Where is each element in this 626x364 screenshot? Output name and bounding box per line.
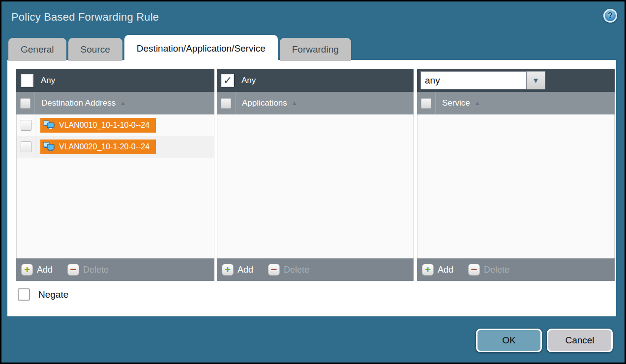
address-object-chip[interactable]: VLAN0020_10-1-20-0--24 bbox=[40, 140, 156, 154]
network-address-icon bbox=[43, 142, 55, 152]
tab-forwarding[interactable]: Forwarding bbox=[280, 38, 351, 61]
network-address-icon bbox=[43, 120, 55, 130]
negate-checkbox[interactable] bbox=[18, 288, 30, 301]
destination-header-label: Destination Address bbox=[41, 98, 116, 108]
negate-row: Negate bbox=[18, 288, 68, 301]
help-glyph: ? bbox=[608, 11, 613, 20]
applications-delete-button[interactable]: − Delete bbox=[268, 264, 309, 276]
destination-any-label: Any bbox=[41, 76, 55, 85]
sort-asc-icon: ▲ bbox=[475, 100, 480, 106]
delete-icon: − bbox=[468, 264, 480, 276]
destination-column-header: Destination Address ▲ bbox=[16, 92, 214, 114]
delete-button-label: Delete bbox=[83, 265, 109, 275]
service-select-all-checkbox[interactable] bbox=[421, 98, 431, 109]
address-object-name: VLAN0020_10-1-20-0--24 bbox=[59, 142, 149, 151]
applications-any-bar: ✓ Any bbox=[217, 69, 414, 92]
tab-bar: General Source Destination/Application/S… bbox=[8, 35, 351, 61]
add-icon: + bbox=[21, 264, 33, 276]
list-item[interactable]: VLAN0020_10-1-20-0--24 bbox=[17, 136, 214, 158]
row-checkbox[interactable] bbox=[21, 141, 31, 152]
service-dropdown-value[interactable]: any bbox=[420, 71, 527, 89]
add-button-label: Add bbox=[438, 265, 453, 275]
chevron-down-icon: ▼ bbox=[532, 77, 539, 84]
applications-select-all-checkbox[interactable] bbox=[221, 98, 231, 109]
service-header-sort[interactable]: Service ▲ bbox=[442, 98, 480, 108]
destination-address-column: ✓ Any Destination Address ▲ bbox=[16, 69, 214, 281]
destination-any-bar: ✓ Any bbox=[16, 69, 214, 92]
service-dropdown-button[interactable]: ▼ bbox=[527, 71, 545, 89]
destination-delete-button[interactable]: − Delete bbox=[67, 264, 109, 276]
policy-based-forwarding-dialog: Policy Based Forwarding Rule ? General S… bbox=[0, 0, 626, 364]
destination-address-list: VLAN0010_10-1-10-0--24 VLAN bbox=[16, 114, 214, 258]
help-icon[interactable]: ? bbox=[603, 9, 617, 23]
destination-any-checkbox[interactable]: ✓ bbox=[21, 74, 33, 87]
delete-button-label: Delete bbox=[284, 265, 309, 275]
address-object-name: VLAN0010_10-1-10-0--24 bbox=[59, 121, 149, 130]
sort-asc-icon: ▲ bbox=[292, 100, 298, 106]
header-checkbox-cell bbox=[217, 92, 236, 114]
row-checkbox-cell bbox=[17, 136, 35, 158]
header-checkbox-cell bbox=[417, 92, 436, 114]
service-column: any ▼ Service ▲ + Add bbox=[417, 69, 615, 281]
delete-icon: − bbox=[67, 264, 79, 276]
check-icon: ✓ bbox=[223, 75, 232, 86]
service-dropdown-bar: any ▼ bbox=[417, 69, 615, 92]
applications-add-button[interactable]: + Add bbox=[222, 264, 253, 276]
applications-column: ✓ Any Applications ▲ + Add bbox=[217, 69, 414, 281]
destination-header-sort[interactable]: Destination Address ▲ bbox=[41, 98, 126, 108]
service-dropdown: any ▼ bbox=[420, 71, 545, 89]
destination-add-button[interactable]: + Add bbox=[21, 264, 53, 276]
delete-button-label: Delete bbox=[484, 265, 509, 275]
service-toolbar: + Add − Delete bbox=[417, 258, 615, 281]
applications-column-header: Applications ▲ bbox=[217, 92, 414, 114]
applications-header-label: Applications bbox=[242, 98, 287, 108]
service-delete-button[interactable]: − Delete bbox=[468, 264, 509, 276]
destination-select-all-checkbox[interactable] bbox=[20, 98, 30, 109]
ok-button[interactable]: OK bbox=[476, 329, 542, 352]
row-checkbox-cell bbox=[17, 114, 35, 136]
service-list bbox=[417, 114, 615, 258]
tab-content-panel: ✓ Any Destination Address ▲ bbox=[7, 60, 616, 316]
row-checkbox[interactable] bbox=[21, 120, 31, 131]
service-add-button[interactable]: + Add bbox=[422, 264, 453, 276]
header-checkbox-cell bbox=[16, 92, 35, 114]
add-button-label: Add bbox=[37, 265, 53, 275]
list-item[interactable]: VLAN0010_10-1-10-0--24 bbox=[17, 114, 214, 136]
delete-icon: − bbox=[268, 264, 280, 276]
negate-label: Negate bbox=[38, 289, 68, 300]
applications-any-label: Any bbox=[241, 76, 256, 85]
service-column-header: Service ▲ bbox=[417, 92, 615, 114]
add-button-label: Add bbox=[238, 265, 253, 275]
cancel-button[interactable]: Cancel bbox=[547, 329, 613, 352]
sort-asc-icon: ▲ bbox=[120, 100, 126, 106]
applications-any-checkbox[interactable]: ✓ bbox=[221, 74, 234, 87]
tab-destination-application-service[interactable]: Destination/Application/Service bbox=[124, 35, 278, 61]
dialog-title: Policy Based Forwarding Rule bbox=[11, 11, 159, 24]
applications-header-sort[interactable]: Applications ▲ bbox=[242, 98, 298, 108]
tab-general[interactable]: General bbox=[8, 38, 66, 61]
add-icon: + bbox=[422, 264, 434, 276]
applications-toolbar: + Add − Delete bbox=[217, 258, 414, 281]
address-object-chip[interactable]: VLAN0010_10-1-10-0--24 bbox=[40, 118, 156, 133]
tab-source[interactable]: Source bbox=[68, 38, 122, 61]
service-header-label: Service bbox=[442, 98, 470, 108]
destination-toolbar: + Add − Delete bbox=[16, 258, 214, 281]
applications-list bbox=[217, 114, 414, 258]
add-icon: + bbox=[222, 264, 234, 276]
